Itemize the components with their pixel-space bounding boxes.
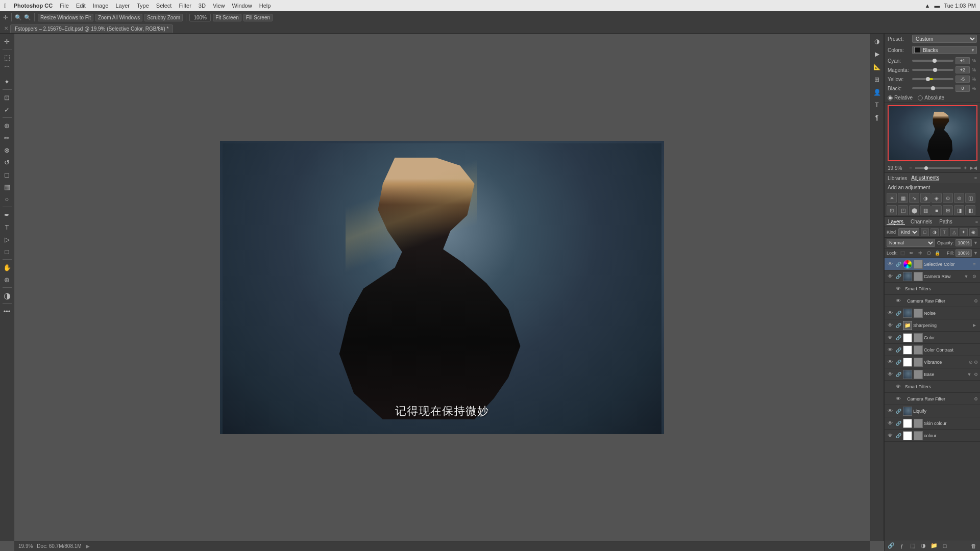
fill-input[interactable]	[955, 249, 972, 257]
apple-logo[interactable]: 	[4, 2, 7, 10]
layers-panel-menu[interactable]: ≡	[975, 219, 978, 224]
black-slider-thumb[interactable]	[931, 86, 935, 90]
absolute-option[interactable]: Absolute	[918, 95, 944, 101]
layer-eye-color[interactable]: 👁	[887, 334, 894, 341]
opacity-input[interactable]	[955, 239, 972, 246]
cyan-slider-thumb[interactable]	[933, 59, 937, 63]
layer-row-liquify[interactable]: 👁 🔗 Liquify	[885, 405, 980, 417]
layer-row-sf2[interactable]: 👁 Smart Filters	[885, 381, 980, 393]
menu-select[interactable]: Select	[156, 3, 172, 9]
menu-type[interactable]: Type	[137, 3, 149, 9]
black-slider-track[interactable]	[912, 87, 953, 89]
preset-select[interactable]: Custom	[912, 35, 977, 43]
zoom-all-btn[interactable]: Zoom All Windows	[95, 14, 142, 21]
layer-filter-type[interactable]: T	[940, 228, 948, 236]
cyan-value-input[interactable]	[955, 57, 970, 64]
lock-transparent[interactable]: ⬚	[899, 249, 906, 257]
adj-gradient[interactable]: ▥	[920, 205, 930, 215]
link-layers-btn[interactable]: 🔗	[887, 541, 896, 550]
new-layer-btn[interactable]: □	[940, 541, 949, 550]
layer-row-color-contrast[interactable]: 👁 🔗 Color Contrast	[885, 344, 980, 356]
dodge-tool[interactable]: ○	[2, 193, 13, 205]
move-tool[interactable]: ✛	[2, 36, 13, 47]
opacity-arrow[interactable]: ▼	[973, 240, 978, 245]
layer-eye-noise[interactable]: 👁	[887, 310, 894, 317]
yellow-value-input[interactable]	[955, 76, 970, 83]
menu-layer[interactable]: Layer	[115, 3, 130, 9]
layer-filter-adj[interactable]: ◑	[930, 228, 939, 236]
adj-posterize[interactable]: ◧	[965, 205, 975, 215]
tab-adjustments[interactable]: Adjustments	[911, 175, 939, 181]
color-mode-icon[interactable]: ◑	[871, 36, 883, 47]
layer-vib-eye2[interactable]: ⊙	[969, 360, 973, 365]
nav-zoom-plus[interactable]: ＋	[963, 164, 968, 171]
magenta-slider-track[interactable]	[912, 69, 953, 71]
menu-filter[interactable]: Filter	[179, 3, 191, 9]
nav-panel-arrow[interactable]: ▶◀	[970, 165, 977, 170]
zoom-tool[interactable]: ⊕	[2, 274, 13, 285]
layer-eye-skin[interactable]: 👁	[887, 420, 894, 427]
adj-panel-menu[interactable]: ≡	[974, 176, 977, 181]
measure-icon[interactable]: 📐	[871, 61, 883, 72]
person-icon[interactable]: 👤	[871, 87, 883, 98]
layer-expand-cr[interactable]: ▼	[963, 273, 970, 280]
hand-tool[interactable]: ✋	[2, 262, 13, 273]
layer-eye-sf[interactable]: 👁	[895, 285, 902, 292]
adj-layer-btn[interactable]: ◑	[919, 541, 928, 550]
layer-row-crf2[interactable]: 👁 Camera Raw Filter ⚙	[885, 393, 980, 405]
layer-eye-base[interactable]: 👁	[887, 371, 894, 378]
fill-arrow[interactable]: ▼	[973, 251, 978, 256]
blend-mode-select[interactable]: Normal	[887, 239, 935, 247]
text-tool-strip-icon[interactable]: T	[871, 99, 883, 111]
lock-position[interactable]: ✛	[917, 249, 924, 257]
menu-file[interactable]: File	[60, 3, 69, 9]
layer-row-sharpening[interactable]: 👁 🔗 📁 Sharpening ▶	[885, 319, 980, 332]
adj-photo[interactable]: ⊡	[887, 205, 897, 215]
layer-row-smart-filters[interactable]: 👁 Smart Filters	[885, 283, 980, 295]
layer-eye-sf2[interactable]: 👁	[895, 383, 902, 390]
menu-3d[interactable]: 3D	[199, 3, 206, 9]
delete-layer-btn[interactable]: 🗑	[969, 541, 978, 550]
adj-solid[interactable]: ■	[932, 205, 942, 215]
layer-eye-crf[interactable]: 👁	[895, 297, 902, 305]
eraser-tool[interactable]: ◻	[2, 169, 13, 180]
adj-vibrance[interactable]: ◈	[932, 193, 942, 203]
paragraph-icon[interactable]: ¶	[871, 112, 883, 123]
layer-row-noise[interactable]: 👁 🔗 Noise	[885, 307, 980, 319]
adj-hsl[interactable]: ⊙	[943, 193, 953, 203]
eyedropper-tool[interactable]: ✓	[2, 104, 13, 115]
adj-brightness[interactable]: ☀	[887, 193, 897, 203]
fx-btn[interactable]: ƒ	[897, 541, 906, 550]
close-doc-icon[interactable]: ✕	[4, 26, 8, 31]
layer-filter-shape[interactable]: △	[950, 228, 958, 236]
gradient-tool[interactable]: ▦	[2, 181, 13, 192]
layer-row-camera-raw[interactable]: 👁 🔗 Camera Raw ▼ ⚙	[885, 270, 980, 283]
grid-icon[interactable]: ⊞	[871, 74, 883, 85]
menu-window[interactable]: Window	[232, 3, 252, 9]
layer-row-crf[interactable]: 👁 Camera Raw Filter ⚙	[885, 295, 980, 307]
relative-radio[interactable]	[888, 95, 893, 101]
layer-eye-sc[interactable]: 👁	[887, 261, 894, 268]
nav-zoom-track[interactable]	[915, 167, 961, 169]
adj-curves[interactable]: ∿	[909, 193, 919, 203]
layer-eye-crf2[interactable]: 👁	[895, 395, 902, 403]
nav-zoom-thumb[interactable]	[924, 166, 928, 170]
menu-help[interactable]: Help	[259, 3, 271, 9]
fit-screen-btn[interactable]: Fit Screen	[213, 14, 241, 21]
absolute-radio[interactable]	[918, 95, 923, 101]
heal-tool[interactable]: ⊕	[2, 120, 13, 131]
path-select-tool[interactable]: ▷	[2, 234, 13, 245]
magenta-value-input[interactable]	[955, 66, 970, 73]
menu-view[interactable]: View	[213, 3, 225, 9]
magenta-slider-thumb[interactable]	[933, 68, 937, 72]
history-tool[interactable]: ↺	[2, 157, 13, 168]
scrubby-zoom-btn[interactable]: Scrubby Zoom	[144, 14, 183, 21]
lasso-tool[interactable]: ⌒	[2, 64, 13, 75]
fg-bg-colors[interactable]: ◑	[2, 290, 13, 301]
lock-all[interactable]: 🔒	[934, 249, 941, 257]
resize-windows-btn[interactable]: Resize Windows to Fit	[38, 14, 93, 21]
type-tool[interactable]: T	[2, 221, 13, 233]
menu-edit[interactable]: Edit	[76, 3, 86, 9]
sharp-expand-arrow[interactable]: ▶	[973, 323, 978, 328]
adj-channel[interactable]: ◰	[898, 205, 908, 215]
